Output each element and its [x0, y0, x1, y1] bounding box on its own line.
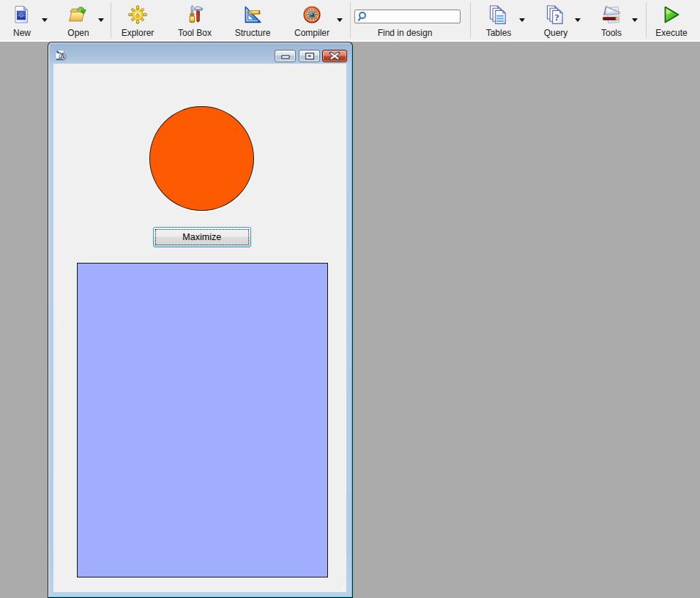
svg-text:?: ? — [554, 12, 559, 23]
